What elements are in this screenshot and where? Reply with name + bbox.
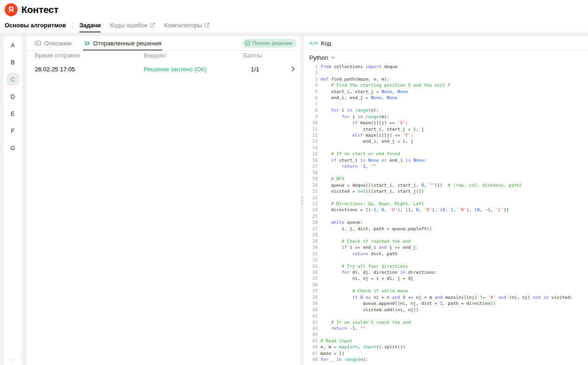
nav-tab-error-codes[interactable]: Коды ошибок bbox=[110, 22, 154, 29]
logo-letter: Я bbox=[8, 6, 14, 14]
external-link-icon bbox=[150, 23, 155, 28]
panel-resizer[interactable] bbox=[300, 36, 304, 365]
code-line: 20queue = deque([(start_i, start_j, 0, "… bbox=[304, 182, 588, 188]
code-line: 34for di, dj, direction in directions: bbox=[304, 269, 588, 275]
code-panel-header: </> Код bbox=[304, 36, 588, 50]
line-number: 34 bbox=[304, 269, 318, 275]
code-line: 31return dist, path bbox=[304, 251, 588, 257]
line-number: 18 bbox=[304, 170, 318, 176]
nav-divider bbox=[72, 22, 73, 29]
code-line: 23# Directions: Up, Down, Right, Left bbox=[304, 201, 588, 207]
problem-item-G[interactable]: G bbox=[6, 141, 19, 154]
code-line: 19# BFS bbox=[304, 176, 588, 182]
line-number: 44 bbox=[304, 331, 318, 337]
line-number: 5 bbox=[304, 88, 318, 94]
code-editor[interactable]: 1from collections import deque2 3def fin… bbox=[304, 63, 588, 365]
line-number: 8 bbox=[304, 107, 318, 113]
line-number: 46 bbox=[304, 344, 318, 350]
code-line: 8for i in range(n): bbox=[304, 107, 588, 113]
line-number: 26 bbox=[304, 219, 318, 225]
submission-verdict: Решение зачтено (ОК) bbox=[144, 66, 206, 73]
problem-item-F[interactable]: F bbox=[6, 124, 19, 137]
problem-sidebar: ABCDEFG‹ bbox=[4, 36, 22, 365]
code-line: 6end_i, end_j = None, None bbox=[304, 94, 588, 101]
nav-tab-tasks[interactable]: Задачи bbox=[79, 22, 101, 29]
line-number: 43 bbox=[304, 325, 318, 331]
line-number: 7 bbox=[304, 101, 318, 107]
code-line: 38if 0 <= ni < n and 0 <= nj < m and maz… bbox=[304, 294, 588, 300]
code-line: 28 bbox=[304, 232, 588, 238]
submissions-tabbar: Описание Отправленные решения Полное реш… bbox=[26, 36, 300, 50]
problem-item-D[interactable]: D bbox=[6, 90, 19, 103]
problem-item-B[interactable]: B bbox=[6, 56, 19, 69]
line-number: 28 bbox=[304, 232, 318, 238]
code-line: 14 bbox=[304, 145, 588, 151]
code-line: 2 bbox=[304, 69, 588, 76]
check-circle-icon bbox=[245, 40, 250, 46]
line-number: 31 bbox=[304, 251, 318, 257]
line-number: 36 bbox=[304, 282, 318, 288]
line-number: 11 bbox=[304, 126, 318, 132]
tab-description-label: Описание bbox=[44, 40, 72, 47]
line-number: 10 bbox=[304, 120, 318, 126]
code-line: 25 bbox=[304, 213, 588, 219]
line-number: 21 bbox=[304, 188, 318, 194]
nav-tab-compilers[interactable]: Компиляторы bbox=[164, 22, 210, 29]
contest-title: Основы алгоритмов bbox=[5, 22, 66, 29]
problem-item-E[interactable]: E bbox=[6, 107, 19, 120]
resizer-grip-icon bbox=[301, 197, 303, 204]
line-number: 40 bbox=[304, 307, 318, 313]
tab-submitted-solutions-label: Отправленные решения bbox=[93, 40, 161, 47]
line-number: 3 bbox=[304, 76, 318, 82]
line-number: 45 bbox=[304, 338, 318, 344]
code-icon: </> bbox=[309, 41, 318, 46]
line-number: 4 bbox=[304, 82, 318, 88]
chevron-down-icon bbox=[331, 56, 335, 59]
line-number: 15 bbox=[304, 151, 318, 157]
code-line: 11start_i, start_j = i, j bbox=[304, 126, 588, 132]
code-line: 37# Check if valid move bbox=[304, 288, 588, 294]
code-panel-title: Код bbox=[321, 40, 331, 47]
code-line: 15# If no start or end found bbox=[304, 151, 588, 157]
code-line: 13end_i, end_j = i, j bbox=[304, 138, 588, 144]
column-header: Баллы bbox=[243, 52, 262, 59]
code-line: 3def find_path(maze, n, m): bbox=[304, 76, 588, 82]
app-header: Я Контест Основы алгоритмов ЗадачиКоды о… bbox=[0, 0, 588, 32]
code-line: 30if i == end_i and j == end_j: bbox=[304, 244, 588, 250]
code-line: 45# Read input bbox=[304, 338, 588, 344]
line-number: 48 bbox=[304, 356, 318, 362]
code-line: 26while queue: bbox=[304, 219, 588, 225]
code-line: 35ni, nj = i + di, j + dj bbox=[304, 275, 588, 281]
description-icon bbox=[35, 40, 41, 46]
line-number: 33 bbox=[304, 263, 318, 269]
problem-item-C[interactable]: C bbox=[6, 73, 19, 86]
code-line: 10if maze[i][j] == 'S': bbox=[304, 120, 588, 126]
double-chevron-icon bbox=[84, 41, 90, 46]
line-number: 2 bbox=[304, 69, 318, 76]
line-number: 19 bbox=[304, 176, 318, 182]
yandex-logo[interactable]: Я Контест bbox=[5, 3, 58, 16]
code-line: 40visited.add((ni, nj)) bbox=[304, 307, 588, 313]
line-number: 29 bbox=[304, 238, 318, 244]
tab-description[interactable]: Описание bbox=[35, 36, 72, 50]
top-navigation: Основы алгоритмов ЗадачиКоды ошибокКомпи… bbox=[5, 21, 219, 29]
code-line: 44 bbox=[304, 331, 588, 337]
line-number: 9 bbox=[304, 113, 318, 120]
nav-tab-label: Задачи bbox=[79, 22, 101, 29]
sidebar-collapse-icon[interactable]: ‹ bbox=[4, 359, 22, 365]
line-number: 47 bbox=[304, 350, 318, 356]
code-line: 17return -1, "" bbox=[304, 163, 588, 169]
nav-tab-label: Компиляторы bbox=[164, 22, 202, 29]
submissions-table-header: Время отправкиВердиктБаллы bbox=[26, 52, 300, 59]
tab-submitted-solutions[interactable]: Отправленные решения bbox=[84, 36, 161, 50]
problem-item-A[interactable]: A bbox=[6, 38, 19, 51]
line-number: 24 bbox=[304, 207, 318, 213]
code-line: 48for _ in range(n): bbox=[304, 356, 588, 362]
yandex-logo-icon: Я bbox=[5, 3, 18, 16]
line-number: 25 bbox=[304, 213, 318, 219]
language-select[interactable]: Python bbox=[309, 54, 335, 61]
code-panel: </> Код Python 1from collections import … bbox=[304, 36, 588, 365]
table-row[interactable]: 26.02.25 17:05Решение зачтено (ОК)1/1 bbox=[26, 63, 300, 77]
line-number: 13 bbox=[304, 138, 318, 144]
code-line: 46n, m = map(int, input().split()) bbox=[304, 344, 588, 350]
